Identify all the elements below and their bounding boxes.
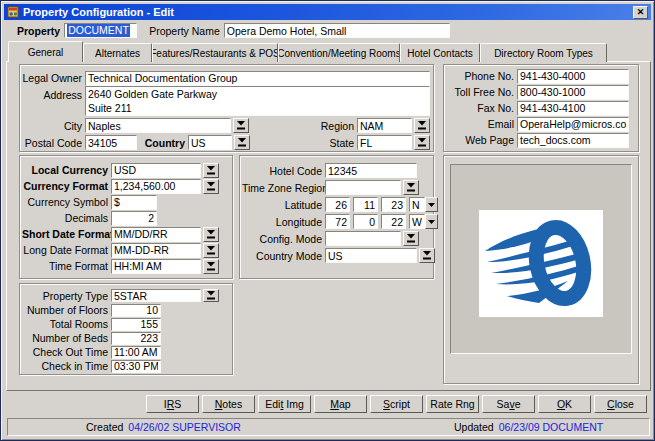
logo-panel bbox=[450, 164, 632, 354]
address-field[interactable]: 2640 Golden Gate Parkway Suite 211 bbox=[85, 86, 430, 116]
phone-field[interactable] bbox=[517, 69, 629, 84]
country-mode-lov-button[interactable] bbox=[419, 248, 435, 263]
time-format-lov-button[interactable] bbox=[203, 259, 219, 274]
lov-arrow-icon bbox=[207, 262, 215, 271]
longitude-minutes-field[interactable] bbox=[353, 214, 378, 229]
long-date-format-label: Long Date Format bbox=[22, 244, 108, 256]
local-currency-lov-button[interactable] bbox=[203, 163, 219, 178]
tab-features-restaurants-pos[interactable]: Features/Restaurants & POS bbox=[152, 43, 278, 62]
chevron-down-icon bbox=[428, 220, 435, 224]
hotel-logo-image bbox=[479, 210, 603, 317]
check-out-time-field[interactable] bbox=[111, 346, 161, 359]
edit-img-button[interactable]: Edit Img bbox=[258, 395, 311, 413]
property-configuration-window: Property Configuration - Edit ✕ Property… bbox=[0, 0, 655, 441]
state-field[interactable] bbox=[357, 135, 412, 150]
number-of-floors-field[interactable] bbox=[111, 304, 161, 317]
currency-symbol-field[interactable] bbox=[111, 195, 157, 210]
property-type-label: Property Type bbox=[22, 290, 108, 302]
logo-group bbox=[443, 155, 639, 384]
address-label: Address bbox=[22, 89, 82, 101]
longitude-direction-dropdown[interactable] bbox=[425, 214, 438, 229]
time-format-field[interactable] bbox=[111, 259, 201, 274]
config-mode-field[interactable] bbox=[325, 231, 401, 246]
currency-format-field[interactable] bbox=[111, 179, 201, 194]
decimals-field[interactable] bbox=[111, 211, 157, 226]
long-date-lov-button[interactable] bbox=[203, 243, 219, 258]
time-zone-region-field[interactable] bbox=[325, 180, 401, 195]
time-format-label: Time Format bbox=[22, 260, 108, 272]
lov-arrow-icon bbox=[207, 246, 215, 255]
longitude-degrees-field[interactable] bbox=[325, 214, 350, 229]
irs-button[interactable]: IRS bbox=[146, 395, 199, 413]
latitude-seconds-field[interactable] bbox=[381, 197, 406, 212]
lov-arrow-icon bbox=[407, 183, 415, 192]
latitude-degrees-field[interactable] bbox=[325, 197, 350, 212]
close-button-bottom[interactable]: Close bbox=[594, 395, 647, 413]
tab-directory-room-types[interactable]: Directory Room Types bbox=[480, 43, 607, 62]
country-mode-field[interactable] bbox=[325, 248, 417, 263]
latitude-direction-dropdown[interactable] bbox=[425, 197, 438, 212]
email-field[interactable] bbox=[517, 117, 629, 132]
number-of-beds-label: Number of Beds bbox=[22, 332, 108, 344]
lov-arrow-icon bbox=[237, 121, 245, 130]
web-page-field[interactable] bbox=[517, 133, 629, 148]
tab-general[interactable]: General bbox=[8, 41, 83, 62]
local-currency-label: Local Currency bbox=[22, 164, 108, 176]
country-lov-button[interactable] bbox=[234, 135, 250, 150]
script-button[interactable]: Script bbox=[370, 395, 423, 413]
country-field[interactable] bbox=[188, 135, 232, 150]
longitude-direction-field[interactable] bbox=[409, 214, 425, 229]
latitude-minutes-field[interactable] bbox=[353, 197, 378, 212]
region-lov-button[interactable] bbox=[414, 118, 430, 133]
city-lov-button[interactable] bbox=[233, 118, 249, 133]
longitude-seconds-field[interactable] bbox=[381, 214, 406, 229]
ok-button[interactable]: OK bbox=[538, 395, 591, 413]
property-type-field[interactable] bbox=[111, 289, 201, 302]
state-lov-button[interactable] bbox=[414, 135, 430, 150]
lov-arrow-icon bbox=[418, 121, 426, 130]
button-row: IRS Notes Edit Img Map Script Rate Rng S… bbox=[146, 395, 647, 413]
legal-owner-field[interactable] bbox=[85, 71, 430, 86]
lov-arrow-icon bbox=[418, 138, 426, 147]
region-field[interactable] bbox=[357, 118, 412, 133]
check-in-time-field[interactable] bbox=[111, 360, 161, 373]
longitude-label: Longitude bbox=[242, 216, 322, 228]
short-date-format-label: Short Date Format bbox=[22, 228, 108, 240]
map-button[interactable]: Map bbox=[314, 395, 367, 413]
save-button[interactable]: Save bbox=[482, 395, 535, 413]
latitude-direction-field[interactable] bbox=[409, 197, 425, 212]
long-date-format-field[interactable] bbox=[111, 243, 201, 258]
notes-button[interactable]: Notes bbox=[202, 395, 255, 413]
check-out-time-label: Check Out Time bbox=[22, 346, 108, 358]
short-date-lov-button[interactable] bbox=[203, 227, 219, 242]
toll-free-field[interactable] bbox=[517, 85, 629, 100]
tab-alternates[interactable]: Alternates bbox=[83, 43, 152, 62]
property-field[interactable]: DOCUMENT bbox=[64, 23, 137, 38]
lov-arrow-icon bbox=[207, 230, 215, 239]
lov-arrow-icon bbox=[207, 166, 215, 175]
city-field[interactable] bbox=[85, 118, 231, 133]
hotel-code-field[interactable] bbox=[325, 163, 417, 178]
local-currency-field[interactable] bbox=[111, 163, 201, 178]
latitude-label: Latitude bbox=[242, 199, 322, 211]
property-type-lov-button[interactable] bbox=[203, 289, 219, 302]
lov-arrow-icon bbox=[207, 182, 215, 191]
postal-code-field[interactable] bbox=[85, 135, 137, 150]
number-of-beds-field[interactable] bbox=[111, 332, 161, 345]
rate-rng-button[interactable]: Rate Rng bbox=[426, 395, 479, 413]
tab-hotel-contacts[interactable]: Hotel Contacts bbox=[400, 43, 480, 62]
close-icon: ✕ bbox=[637, 7, 645, 17]
property-name-field[interactable] bbox=[224, 23, 450, 38]
tab-convention-meeting-rooms[interactable]: Convention/Meeting Rooms bbox=[278, 43, 400, 62]
short-date-format-field[interactable] bbox=[111, 227, 201, 242]
time-zone-lov-button[interactable] bbox=[403, 180, 419, 195]
fax-field[interactable] bbox=[517, 101, 629, 116]
currency-format-lov-button[interactable] bbox=[203, 179, 219, 194]
phone-label: Phone No. bbox=[446, 70, 514, 82]
close-button[interactable]: ✕ bbox=[633, 6, 648, 19]
region-label: Region bbox=[299, 120, 354, 132]
config-mode-lov-button[interactable] bbox=[403, 231, 419, 246]
window-icon bbox=[7, 6, 19, 18]
number-of-floors-label: Number of Floors bbox=[22, 304, 108, 316]
total-rooms-field[interactable] bbox=[111, 318, 161, 331]
